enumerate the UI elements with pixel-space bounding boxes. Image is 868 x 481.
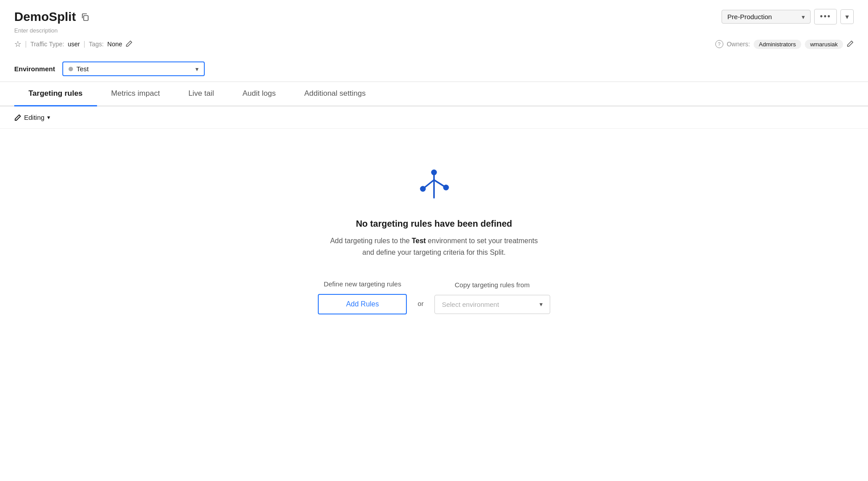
tab-live-tail[interactable]: Live tail: [174, 82, 228, 106]
svg-point-6: [443, 185, 449, 191]
more-button[interactable]: •••: [814, 9, 837, 24]
editing-label: Editing: [24, 114, 45, 121]
environment-status-dot: [69, 67, 73, 71]
empty-state-description: Add targeting rules to the Test environm…: [330, 235, 538, 258]
empty-desc-env: Test: [412, 237, 426, 245]
description-placeholder[interactable]: Enter description: [14, 27, 854, 34]
pencil-icon: [14, 114, 21, 121]
or-text: or: [418, 300, 423, 307]
traffic-type-value: user: [68, 41, 80, 48]
environment-selected-value: Test: [77, 65, 89, 73]
environment-select-box[interactable]: Test ▾: [62, 61, 205, 76]
select-env-chevron-icon: ▾: [539, 301, 543, 308]
meta-left: ☆ | Traffic Type: user | Tags: None: [14, 39, 133, 49]
copy-icon[interactable]: [80, 12, 90, 22]
svg-rect-0: [84, 16, 88, 20]
owners-help-icon[interactable]: ?: [715, 40, 723, 48]
editing-button[interactable]: Editing ▾: [14, 114, 50, 121]
meta-row: ☆ | Traffic Type: user | Tags: None ? Ow…: [14, 39, 854, 49]
editing-bar: Editing ▾: [0, 106, 868, 129]
favorite-star-icon[interactable]: ☆: [14, 39, 21, 49]
empty-state-title: No targeting rules have been defined: [356, 219, 512, 229]
empty-state: No targeting rules have been defined Add…: [0, 129, 868, 341]
page-header: DemoSplit Pre-Production ▾ ••• ▾ Enter d…: [0, 0, 868, 49]
cta-copy-section: Copy targeting rules from Select environ…: [434, 281, 550, 314]
environment-dropdown[interactable]: Pre-Production ▾: [722, 10, 811, 24]
env-dropdown-chevron: ▾: [802, 13, 805, 20]
tags-label: Tags:: [89, 41, 104, 48]
environment-selector-row: Environment Test ▾: [0, 56, 868, 82]
page-title: DemoSplit: [14, 10, 76, 24]
owners-edit-icon[interactable]: [847, 40, 854, 49]
select-environment-dropdown[interactable]: Select environment ▾: [434, 295, 550, 314]
cta-define-section: Define new targeting rules Add Rules: [318, 280, 407, 314]
tags-edit-icon[interactable]: [126, 40, 133, 49]
meta-right: ? Owners: Administrators wmarusiak: [715, 40, 854, 49]
svg-point-4: [420, 186, 426, 192]
title-row: DemoSplit Pre-Production ▾ ••• ▾: [14, 9, 854, 24]
env-dropdown-label: Pre-Production: [727, 13, 772, 20]
tab-targeting-rules[interactable]: Targeting rules: [14, 82, 97, 106]
split-icon: [414, 164, 454, 206]
owner-badge-wmarusiak[interactable]: wmarusiak: [805, 40, 843, 49]
cta-row: Define new targeting rules Add Rules or …: [318, 280, 550, 314]
environment-select-chevron-icon: ▾: [195, 65, 199, 73]
editing-chevron-icon: ▾: [47, 114, 50, 121]
expand-chevron-icon: ▾: [845, 12, 849, 21]
owner-badge-administrators[interactable]: Administrators: [754, 40, 801, 49]
tab-metrics-impact[interactable]: Metrics impact: [97, 82, 174, 106]
owners-label: Owners:: [727, 41, 750, 48]
select-env-placeholder: Select environment: [442, 301, 499, 308]
tags-value: None: [107, 41, 122, 48]
add-rules-button[interactable]: Add Rules: [318, 294, 407, 314]
expand-button[interactable]: ▾: [840, 9, 854, 24]
tabs-row: Targeting rules Metrics impact Live tail…: [0, 82, 868, 106]
empty-desc-before: Add targeting rules to the: [330, 237, 412, 245]
tab-additional-settings[interactable]: Additional settings: [290, 82, 380, 106]
cta-copy-label: Copy targeting rules from: [454, 281, 529, 289]
environment-selector-label: Environment: [14, 65, 55, 73]
traffic-type-label: Traffic Type:: [30, 41, 64, 48]
title-right: Pre-Production ▾ ••• ▾: [722, 9, 854, 24]
cta-define-label: Define new targeting rules: [324, 280, 401, 288]
title-left: DemoSplit: [14, 10, 90, 24]
tab-audit-logs[interactable]: Audit logs: [228, 82, 290, 106]
